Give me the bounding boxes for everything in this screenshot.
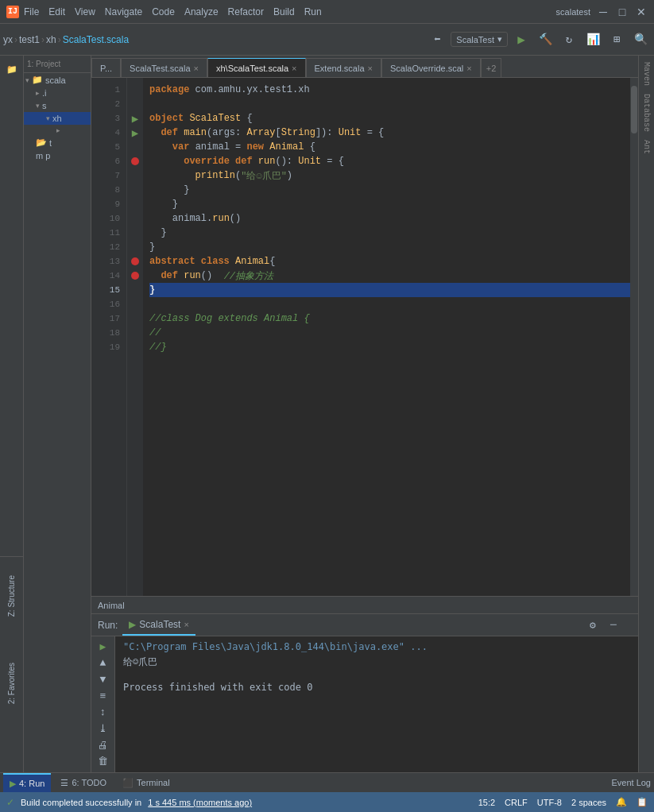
gutter-10 — [127, 211, 143, 226]
gutter-3[interactable]: ▶ — [127, 111, 143, 126]
status-notification-icon[interactable]: 🔔 — [616, 797, 627, 807]
tree-item-dot[interactable]: ▸ .i — [24, 87, 91, 99]
breadcrumb-item-test1[interactable]: test1 — [19, 34, 40, 45]
center-column: P... ScalaTest.scala × xh\ScalaTest.scal… — [91, 56, 638, 772]
menu-navigate[interactable]: Navigate — [105, 6, 142, 17]
left-structure-panel: Z: Structure — [0, 556, 24, 636]
tree-item-m[interactable]: m p — [24, 149, 91, 162]
gutter-6[interactable] — [127, 154, 143, 168]
todo-bottom-tab[interactable]: ☰ 6: TODO — [54, 776, 113, 790]
run-tab-close[interactable]: × — [184, 620, 188, 629]
print-button[interactable]: 🖨 — [95, 738, 112, 753]
menu-run[interactable]: Run — [304, 6, 322, 17]
code-line-14: def run() //抽象方法 — [149, 269, 630, 283]
status-encoding[interactable]: UTF-8 — [537, 798, 562, 807]
menu-build[interactable]: Build — [273, 6, 295, 17]
scroll-down-button[interactable]: ▼ — [95, 672, 112, 687]
reload-button[interactable]: ↻ — [559, 29, 579, 50]
tree-item-root[interactable]: ▾ 📁 scala — [24, 73, 91, 87]
code-line-6: override def run(): Unit = { — [149, 154, 630, 168]
tab-extend-close[interactable]: × — [368, 64, 373, 73]
tab-scalatest-close[interactable]: × — [194, 64, 199, 73]
breakpoint-14[interactable] — [131, 272, 139, 280]
tab-more[interactable]: +2 — [481, 58, 502, 77]
favorites-tab[interactable]: 2: Favorites — [6, 659, 17, 707]
breadcrumb-item-yx[interactable]: yx — [3, 34, 13, 45]
structure-tab[interactable]: Z: Structure — [6, 572, 17, 620]
status-position[interactable]: 15:2 — [478, 798, 495, 807]
build-button[interactable]: 🔨 — [535, 29, 555, 50]
back-button[interactable]: ⬅ — [427, 29, 447, 50]
file-tree-header: 1: Project — [24, 56, 91, 73]
menu-edit[interactable]: Edit — [48, 6, 65, 17]
tab-scalatest[interactable]: ScalaTest.scala × — [121, 58, 207, 77]
tree-label-xh: xh — [52, 114, 62, 123]
sidebar-project-icon[interactable]: 📁 — [2, 59, 22, 79]
close-button[interactable]: ✕ — [635, 6, 648, 18]
run-line-4-icon[interactable]: ▶ — [132, 126, 138, 140]
editor-breadcrumb-animal[interactable]: Animal — [98, 601, 125, 610]
gutter-14[interactable] — [127, 269, 143, 283]
tree-item-xh[interactable]: ▾ xh — [24, 112, 91, 125]
tab-scalaoverride-close[interactable]: × — [466, 64, 471, 73]
toggle-soft-wrap[interactable]: ≡ — [95, 689, 112, 704]
run-config-dropdown[interactable]: ScalaTest ▾ — [451, 32, 508, 47]
menu-refactor[interactable]: Refactor — [228, 6, 264, 17]
breakpoint-13[interactable] — [131, 257, 139, 265]
tab-xh-scalatest-close[interactable]: × — [292, 64, 296, 73]
code-brace-8: } — [184, 184, 189, 195]
run-settings-button[interactable]: ⚙ — [584, 617, 602, 634]
build-time[interactable]: 1 s 445 ms (moments ago) — [148, 798, 252, 807]
terminal-bottom-tab[interactable]: ⬛ Terminal — [116, 776, 176, 790]
tab-p[interactable]: P... — [91, 58, 121, 77]
run-minimize-button[interactable]: ─ — [605, 617, 622, 634]
scroll-to-end[interactable]: ⤓ — [95, 721, 112, 737]
status-crlf[interactable]: CRLF — [505, 798, 528, 807]
rerun-button[interactable]: ▶ — [95, 640, 112, 655]
menu-file[interactable]: File — [24, 6, 39, 17]
gutter-4[interactable]: ▶ — [127, 126, 143, 140]
run-button[interactable]: ▶ — [511, 29, 532, 50]
use-soft-wrap[interactable]: ↕ — [95, 706, 112, 721]
status-indent[interactable]: 2 spaces — [571, 798, 606, 807]
tree-item-t[interactable]: 📂 t — [24, 136, 91, 149]
tree-item-expand-more[interactable]: ▸ — [24, 125, 91, 136]
gutter-13[interactable] — [127, 254, 143, 269]
maven-panel-icon[interactable]: Maven — [640, 59, 652, 89]
ant-panel-icon[interactable]: Ant — [640, 137, 652, 157]
menu-analyze[interactable]: Analyze — [184, 6, 219, 17]
line-num-4: 4 — [91, 126, 126, 140]
event-log-label[interactable]: Event Log — [611, 778, 651, 787]
status-event-icon[interactable]: 📋 — [637, 797, 648, 807]
minimize-button[interactable]: ─ — [597, 6, 609, 18]
code-editor: 1 2 3 4 5 6 7 8 9 10 11 12 13 14 15 16 1 — [91, 78, 638, 596]
editor-scrollbar[interactable] — [630, 78, 638, 596]
run-line-3-icon[interactable]: ▶ — [132, 112, 138, 126]
tab-extend[interactable]: Extend.scala × — [306, 58, 381, 77]
tab-xh-scalatest-label: xh\ScalaTest.scala — [216, 64, 288, 73]
code-fn-main: main — [184, 127, 207, 138]
scroll-up-button[interactable]: ▲ — [95, 656, 112, 671]
tab-xh-scalatest[interactable]: xh\ScalaTest.scala × — [207, 58, 306, 77]
menu-code[interactable]: Code — [152, 6, 175, 17]
code-eq-6: = { — [321, 156, 344, 167]
breadcrumb-item-xh[interactable]: xh — [46, 34, 56, 45]
coverage-button[interactable]: 📊 — [582, 29, 603, 50]
tab-scalaoverride[interactable]: ScalaOverride.scal × — [381, 58, 481, 77]
code-kw-var: var — [172, 141, 195, 153]
layout-button[interactable]: ⊞ — [606, 29, 627, 50]
code-kw-def-6: def — [235, 156, 258, 167]
breakpoint-6[interactable] — [131, 157, 139, 165]
run-tab-scalatest[interactable]: ▶ ScalaTest × — [122, 614, 195, 636]
clear-button[interactable]: 🗑 — [95, 754, 112, 769]
tree-item-src[interactable]: ▾ s — [24, 99, 91, 112]
database-panel-icon[interactable]: Database — [640, 91, 652, 135]
menu-view[interactable]: View — [75, 6, 95, 17]
scrollbar-thumb — [631, 86, 637, 133]
breadcrumb-item-file[interactable]: ScalaTest.scala — [63, 34, 129, 45]
code-content[interactable]: package com.amhu.yx.test1.xh object Scal… — [143, 78, 630, 596]
tree-label-src: s — [42, 101, 47, 110]
maximize-button[interactable]: □ — [616, 6, 629, 18]
search-button[interactable]: 🔍 — [630, 29, 651, 50]
run-bottom-tab[interactable]: ▶ 4: Run — [3, 773, 51, 792]
